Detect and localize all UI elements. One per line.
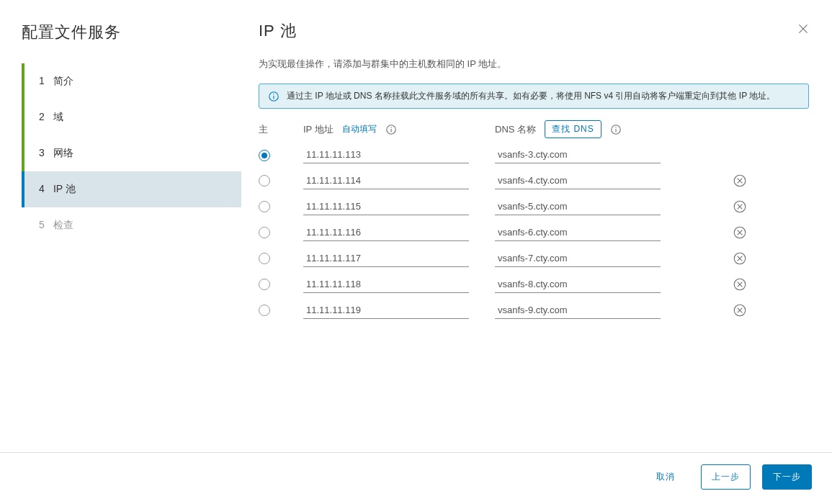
ip-input[interactable] [303, 277, 469, 293]
ip-input[interactable] [303, 303, 469, 319]
step-2[interactable]: 2 域 [22, 99, 241, 135]
info-banner: 通过主 IP 地址或 DNS 名称挂载此文件服务域的所有共享。如有必要，将使用 … [259, 84, 809, 109]
step-number: 2 [39, 111, 50, 122]
dns-input[interactable] [495, 199, 661, 215]
svg-point-5 [390, 127, 391, 127]
table-row [259, 168, 809, 194]
primary-radio[interactable] [259, 279, 270, 290]
remove-row-icon[interactable] [733, 251, 747, 266]
svg-point-8 [615, 127, 616, 127]
step-label: 域 [53, 111, 63, 122]
page-title: IP 池 [259, 20, 809, 42]
table-header: 主 IP 地址 自动填写 DNS 名称 查找 DNS [259, 120, 809, 143]
table-row [259, 272, 809, 298]
table-row [259, 246, 809, 272]
step-label: 检查 [53, 219, 73, 230]
ip-input[interactable] [303, 199, 469, 215]
info-icon [268, 91, 279, 102]
primary-radio[interactable] [259, 227, 270, 238]
step-4[interactable]: 4 IP 池 [22, 171, 241, 207]
table-row [259, 220, 809, 246]
remove-row-icon[interactable] [733, 174, 747, 188]
remove-row-icon[interactable] [733, 277, 747, 292]
step-1[interactable]: 1 简介 [22, 63, 241, 99]
close-icon[interactable] [796, 22, 810, 36]
dialog-footer: 取消 上一步 下一步 [0, 452, 832, 504]
wizard-dialog: 配置文件服务 1 简介2 域3 网络4 IP 池5 检查 IP 池 为实现最佳操… [0, 0, 832, 504]
ip-input[interactable] [303, 174, 469, 189]
dns-input[interactable] [495, 277, 661, 293]
table-body [259, 143, 809, 324]
ip-table: 主 IP 地址 自动填写 DNS 名称 查找 DNS [259, 120, 809, 324]
step-number: 3 [39, 147, 50, 158]
primary-radio[interactable] [259, 175, 270, 186]
page-desc: 为实现最佳操作，请添加与群集中的主机数相同的 IP 地址。 [259, 58, 809, 71]
step-label: IP 池 [53, 183, 76, 194]
ip-input[interactable] [303, 148, 469, 163]
table-row [259, 194, 809, 220]
wizard-main: IP 池 为实现最佳操作，请添加与群集中的主机数相同的 IP 地址。 通过主 I… [241, 0, 832, 452]
step-number: 5 [39, 219, 50, 230]
dns-input[interactable] [495, 303, 661, 319]
remove-row-icon[interactable] [733, 225, 747, 240]
autofill-help-icon[interactable] [385, 124, 397, 135]
info-banner-text: 通过主 IP 地址或 DNS 名称挂载此文件服务域的所有共享。如有必要，将使用 … [287, 90, 775, 102]
lookup-help-icon[interactable] [610, 124, 622, 135]
cancel-button[interactable]: 取消 [642, 465, 689, 489]
primary-radio[interactable] [259, 201, 270, 212]
primary-radio[interactable] [259, 305, 270, 316]
dialog-body: 配置文件服务 1 简介2 域3 网络4 IP 池5 检查 IP 池 为实现最佳操… [0, 0, 832, 452]
step-label: 网络 [53, 147, 73, 158]
step-5: 5 检查 [22, 207, 241, 243]
dns-input[interactable] [495, 251, 661, 267]
remove-row-icon[interactable] [733, 303, 747, 318]
table-row [259, 143, 809, 168]
next-button[interactable]: 下一步 [762, 464, 812, 490]
remove-row-icon[interactable] [733, 199, 747, 214]
svg-point-2 [273, 94, 274, 94]
table-row [259, 298, 809, 324]
col-head-dns: DNS 名称 [495, 123, 536, 136]
step-number: 4 [39, 183, 50, 194]
dns-input[interactable] [495, 148, 661, 163]
dns-input[interactable] [495, 174, 661, 189]
col-head-ip: IP 地址 [303, 123, 334, 136]
primary-radio[interactable] [259, 150, 270, 161]
wizard-steps: 1 简介2 域3 网络4 IP 池5 检查 [22, 63, 241, 243]
dns-input[interactable] [495, 225, 661, 241]
autofill-button[interactable]: 自动填写 [342, 123, 377, 135]
back-button[interactable]: 上一步 [701, 464, 751, 490]
ip-input[interactable] [303, 225, 469, 241]
ip-input[interactable] [303, 251, 469, 267]
wizard-title: 配置文件服务 [22, 22, 241, 43]
primary-radio[interactable] [259, 253, 270, 264]
wizard-sidebar: 配置文件服务 1 简介2 域3 网络4 IP 池5 检查 [0, 0, 241, 452]
lookup-dns-button[interactable]: 查找 DNS [545, 120, 601, 138]
step-number: 1 [39, 75, 50, 86]
col-head-primary: 主 [259, 123, 303, 136]
step-label: 简介 [53, 75, 73, 86]
step-3[interactable]: 3 网络 [22, 135, 241, 171]
